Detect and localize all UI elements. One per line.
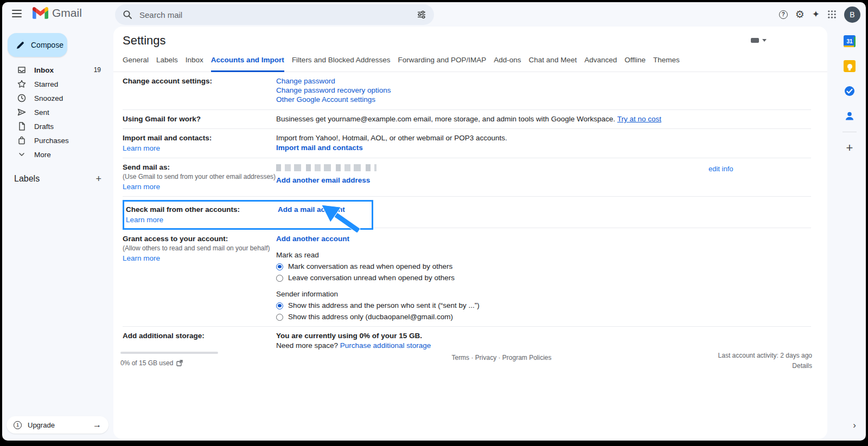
add-another-account-link[interactable]: Add another account (276, 235, 349, 243)
keyboard-icon (751, 38, 759, 43)
quota-text: 0% of 15 GB used (120, 359, 173, 367)
edit-info-link[interactable]: edit info (709, 165, 733, 173)
upgrade-label: Upgrade (28, 421, 55, 429)
learn-more-link[interactable]: Learn more (126, 216, 163, 224)
compose-label: Compose (31, 41, 63, 49)
labels-title: Labels (14, 174, 40, 184)
sidebar-item-snoozed[interactable]: Snoozed (2, 91, 113, 105)
sidebar-item-inbox[interactable]: Inbox 19 (2, 63, 113, 77)
tab-add-ons[interactable]: Add-ons (494, 56, 521, 72)
storage-usage-text: You are currently using 0% of your 15 GB… (276, 332, 811, 340)
purchase-storage-link[interactable]: Purchase additional storage (340, 341, 431, 350)
calendar-icon[interactable]: 31 (844, 35, 856, 47)
tab-inbox[interactable]: Inbox (186, 56, 203, 72)
radio-show-address-only[interactable]: Show this address only (ducbaopanel@gmai… (276, 313, 811, 321)
tab-labels[interactable]: Labels (156, 56, 178, 72)
add-another-email-link[interactable]: Add another email address (276, 176, 370, 185)
arrow-right-icon: → (93, 420, 101, 430)
help-icon[interactable]: ? (779, 10, 788, 19)
external-link-icon[interactable] (176, 360, 183, 366)
search-placeholder: Search mail (139, 10, 182, 20)
program-policies-link[interactable]: Program Policies (502, 354, 552, 361)
rail-divider (843, 132, 857, 132)
radio-show-address-and-person[interactable]: Show this address and the person who sen… (276, 301, 811, 310)
change-password-link[interactable]: Change password (276, 77, 335, 86)
import-mail-contacts-link[interactable]: Import mail and contacts (276, 144, 363, 152)
privacy-link[interactable]: Privacy (475, 354, 496, 361)
gmail-logo[interactable]: Gmail (33, 7, 82, 20)
screenshot-frame: Gmail Search mail ? ⚙ ✦ (0, 0, 868, 446)
radio-selected-icon[interactable] (276, 263, 283, 270)
row-label: Add additional storage: (123, 332, 276, 340)
learn-more-link[interactable]: Learn more (123, 144, 160, 152)
settings-rows: Change account settings: Change password… (113, 72, 827, 355)
terms-link[interactable]: Terms (451, 354, 469, 361)
settings-footer: 0% of 15 GB used Terms · Privacy · Progr… (120, 352, 812, 370)
sidebar-item-sent[interactable]: Sent (2, 105, 113, 119)
radio-leave-unread[interactable]: Leave conversation unread when opened by… (276, 274, 811, 282)
gmail-m-icon (33, 7, 48, 19)
google-one-icon: 1 (14, 421, 22, 429)
radio-selected-icon[interactable] (276, 302, 283, 309)
change-password-recovery-link[interactable]: Change password recovery options (276, 86, 391, 95)
row-note: (Use Gmail to send from your other email… (123, 173, 276, 181)
last-activity-text: Last account activity: 2 days ago (671, 352, 812, 359)
radio-unselected-icon[interactable] (276, 314, 283, 321)
search-options-icon[interactable] (417, 10, 426, 20)
sidebar-item-starred[interactable]: Starred (2, 77, 113, 91)
compose-button[interactable]: Compose (8, 33, 67, 57)
row-add-additional-storage: Add additional storage: You are currentl… (123, 327, 811, 355)
row-label: Using Gmail for work? (123, 115, 276, 124)
row-change-account-settings: Change account settings: Change password… (123, 72, 811, 110)
sidebar-item-purchases[interactable]: Purchases (2, 133, 113, 147)
other-google-account-settings-link[interactable]: Other Google Account settings (276, 95, 375, 104)
add-mail-account-link[interactable]: Add a mail account (278, 205, 345, 214)
upgrade-button[interactable]: 1 Upgrade → (7, 416, 108, 434)
contacts-icon[interactable] (844, 110, 856, 122)
tasks-icon[interactable] (844, 85, 856, 97)
star-icon (17, 79, 27, 89)
sidebar-item-more[interactable]: More (2, 147, 113, 161)
tab-chat-and-meet[interactable]: Chat and Meet (529, 56, 577, 72)
settings-panel: Settings General Labels Inbox Accounts a… (113, 27, 827, 439)
gemini-sparkle-icon[interactable]: ✦ (812, 10, 820, 19)
radio-unselected-icon[interactable] (276, 275, 283, 282)
try-at-no-cost-link[interactable]: Try at no cost (617, 115, 661, 124)
redacted-email-address (276, 164, 376, 171)
search-input[interactable]: Search mail (115, 4, 434, 25)
google-apps-grid-icon[interactable] (827, 10, 837, 19)
account-avatar[interactable]: B (844, 7, 860, 23)
tab-accounts-and-import[interactable]: Accounts and Import (211, 56, 284, 72)
row-label: Import mail and contacts: (123, 134, 276, 143)
chevron-down-icon (17, 150, 27, 159)
inbox-unread-count: 19 (94, 66, 101, 74)
mark-as-read-title: Mark as read (276, 251, 811, 260)
learn-more-link[interactable]: Learn more (123, 254, 160, 262)
sender-information-title: Sender information (276, 290, 811, 299)
tab-themes[interactable]: Themes (653, 56, 680, 72)
settings-tabs: General Labels Inbox Accounts and Import… (113, 56, 827, 72)
get-add-ons-icon[interactable]: + (846, 142, 853, 154)
details-link[interactable]: Details (671, 362, 812, 370)
create-label-icon[interactable]: + (95, 174, 101, 184)
sidebar-item-drafts[interactable]: Drafts (2, 119, 113, 133)
tab-filters-blocked[interactable]: Filters and Blocked Addresses (292, 56, 391, 72)
search-icon[interactable] (123, 10, 132, 20)
tab-forwarding-pop-imap[interactable]: Forwarding and POP/IMAP (398, 56, 486, 72)
settings-gear-icon[interactable]: ⚙ (795, 9, 805, 20)
keep-icon[interactable] (844, 60, 856, 72)
input-tools-control[interactable] (751, 38, 767, 43)
tab-general[interactable]: General (123, 56, 149, 72)
hide-side-panel-icon[interactable]: › (853, 420, 856, 431)
topbar-actions: ? ⚙ ✦ B (779, 2, 860, 27)
tab-offline[interactable]: Offline (624, 56, 646, 72)
gmail-logo-text: Gmail (52, 7, 82, 20)
learn-more-link[interactable]: Learn more (123, 183, 160, 191)
radio-mark-read[interactable]: Mark conversation as read when opened by… (276, 262, 811, 271)
topbar: Gmail Search mail ? ⚙ ✦ (2, 2, 866, 27)
main-menu-icon[interactable] (12, 10, 22, 17)
row-label: Change account settings: (123, 77, 276, 86)
pencil-icon (16, 41, 25, 50)
page-title: Settings (113, 27, 827, 48)
tab-advanced[interactable]: Advanced (584, 56, 617, 72)
